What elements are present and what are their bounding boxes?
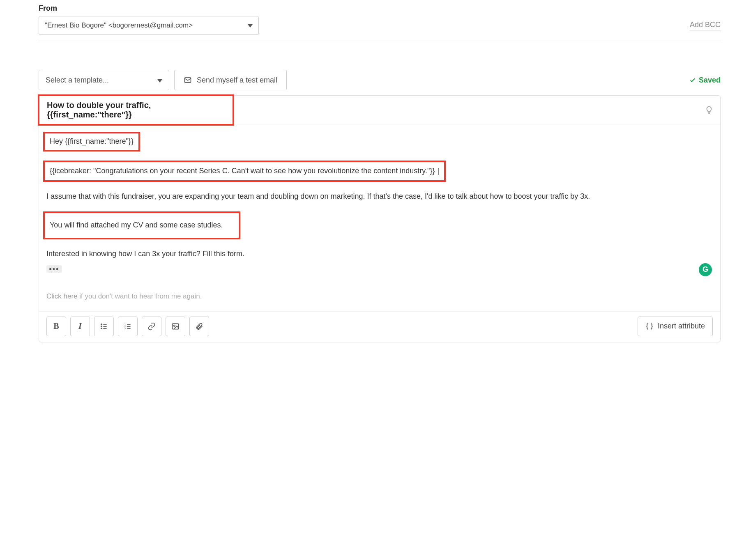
body-paragraph-1: I assume that with this fundraiser, you … — [46, 191, 713, 202]
email-body[interactable]: Hey {{first_name:"there"}} {{icebreaker:… — [39, 124, 720, 311]
template-placeholder: Select a template... — [46, 76, 109, 85]
svg-point-5 — [101, 328, 102, 329]
image-icon — [171, 322, 180, 330]
greeting-highlight: Hey {{first_name:"there"}} — [43, 132, 140, 151]
check-icon — [689, 76, 696, 84]
subject-row: How to double your traffic, {{first_name… — [39, 96, 720, 124]
from-label: From — [39, 4, 721, 13]
unsubscribe-link[interactable]: Click here — [46, 292, 78, 300]
bullet-list-button[interactable] — [94, 317, 114, 336]
chevron-down-icon — [157, 76, 162, 85]
send-test-email-label: Send myself a test email — [197, 76, 277, 85]
svg-text:3: 3 — [124, 327, 126, 329]
insert-attribute-button[interactable]: Insert attribute — [638, 317, 713, 336]
unsubscribe-rest: if you don't want to hear from me again. — [78, 292, 202, 300]
from-row: "Ernest Bio Bogore" <bogorernest@gmail.c… — [39, 16, 721, 35]
icebreaker-text: {{icebreaker: "Congratulations on your r… — [50, 167, 435, 175]
from-selected-value: "Ernest Bio Bogore" <bogorernest@gmail.c… — [45, 21, 193, 30]
envelope-icon — [184, 76, 192, 84]
email-editor: How to double your traffic, {{first_name… — [39, 95, 721, 342]
svg-point-3 — [101, 326, 102, 327]
numbered-list-icon: 123 — [124, 322, 132, 330]
body-paragraph-3: Interested in knowing how I can 3x your … — [46, 248, 713, 260]
add-bcc-link[interactable]: Add BCC — [690, 21, 721, 30]
saved-label: Saved — [699, 76, 721, 85]
grammarly-icon[interactable]: G — [699, 263, 712, 276]
from-select[interactable]: "Ernest Bio Bogore" <bogorernest@gmail.c… — [39, 16, 259, 35]
chevron-down-icon — [248, 21, 253, 30]
divider — [39, 41, 721, 41]
svg-point-14 — [174, 325, 175, 326]
lightbulb-icon[interactable] — [705, 106, 714, 115]
paperclip-icon — [195, 322, 203, 330]
unsubscribe-line: Click here if you don't want to hear fro… — [46, 291, 713, 302]
link-button[interactable] — [142, 317, 161, 336]
subject-input[interactable]: How to double your traffic, {{first_name… — [38, 94, 234, 126]
more-dots-button[interactable]: ••• — [46, 265, 62, 273]
italic-button[interactable]: I — [70, 317, 90, 336]
icebreaker-highlight: {{icebreaker: "Congratulations on your r… — [43, 161, 446, 182]
attachment-button[interactable] — [189, 317, 209, 336]
saved-status: Saved — [689, 76, 721, 85]
image-button[interactable] — [166, 317, 185, 336]
template-row: Select a template... Send myself a test … — [39, 70, 721, 90]
bold-button[interactable]: B — [46, 317, 66, 336]
attachment-line-highlight: You will find attached my CV and some ca… — [43, 211, 240, 239]
svg-point-1 — [101, 324, 102, 325]
braces-icon — [645, 322, 654, 330]
attachment-text: You will find attached my CV and some ca… — [50, 221, 223, 229]
format-toolbar: B I 123 Insert attribute — [39, 311, 720, 342]
greeting-text: Hey {{first_name:"there"}} — [50, 136, 134, 147]
subject-text: How to double your traffic, {{first_name… — [47, 101, 225, 119]
link-icon — [147, 322, 156, 330]
insert-attribute-label: Insert attribute — [658, 322, 705, 330]
bullet-list-icon — [100, 322, 108, 330]
template-select[interactable]: Select a template... — [39, 70, 169, 90]
numbered-list-button[interactable]: 123 — [118, 317, 138, 336]
send-test-email-button[interactable]: Send myself a test email — [174, 70, 287, 90]
